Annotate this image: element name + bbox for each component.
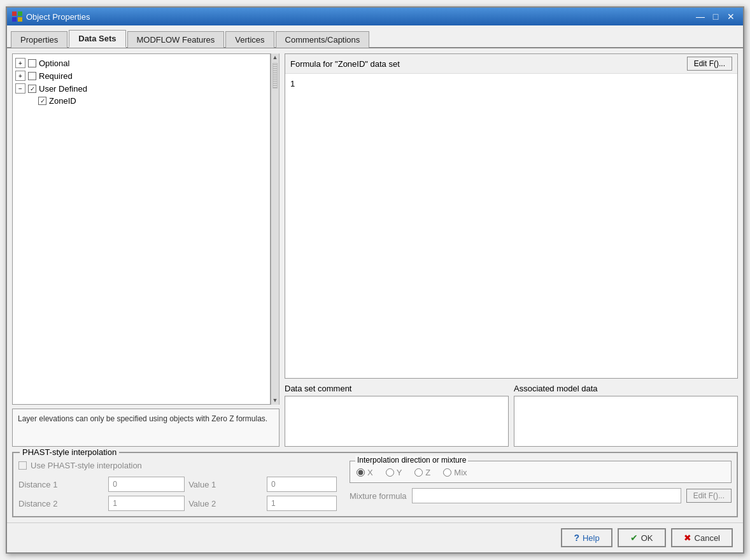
direction-group-label: Interpolation direction or mixture (355, 456, 468, 465)
tab-vertices[interactable]: Vertices (225, 31, 274, 48)
value2-input[interactable] (267, 496, 337, 511)
checkbox-optional[interactable] (28, 59, 36, 67)
formula-section: Formula for "ZoneID" data set Edit F()..… (285, 53, 738, 379)
comments-section: Data set comment Associated model data (285, 384, 738, 447)
tree-item-zoneid[interactable]: ✓ ZoneID (38, 95, 267, 107)
cancel-label: Cancel (695, 533, 720, 543)
mixture-row: Mixture formula Edit F()... (350, 488, 732, 503)
title-buttons: — □ ✕ (693, 10, 738, 23)
value2-label: Value 2 (188, 499, 263, 508)
tab-properties[interactable]: Properties (11, 31, 67, 48)
ok-button[interactable]: ✔ OK (618, 528, 666, 547)
svg-rect-3 (18, 17, 22, 22)
radio-z-label: Z (425, 468, 430, 477)
formula-header: Formula for "ZoneID" data set Edit F()..… (285, 54, 737, 74)
svg-rect-1 (18, 11, 22, 16)
use-phast-checkbox[interactable] (18, 461, 27, 470)
distance1-label: Distance 1 (18, 480, 104, 489)
formula-content: 1 (285, 74, 737, 378)
tree-area: + Optional + Required − ✓ (12, 53, 279, 405)
tab-comments-captions[interactable]: Comments/Captions (276, 31, 370, 48)
formula-title: Formula for "ZoneID" data set (290, 59, 400, 69)
data-set-comment-box: Data set comment (285, 384, 509, 447)
value1-input[interactable] (267, 477, 337, 492)
svg-rect-0 (12, 11, 17, 16)
distance1-input[interactable] (108, 477, 185, 492)
interpolation-content: Use PHAST-style interpolation Distance 1… (18, 461, 732, 511)
interpolation-right: Interpolation direction or mixture X Y (350, 461, 732, 511)
close-button[interactable]: ✕ (724, 10, 738, 23)
object-properties-window: Object Properties — □ ✕ Properties Data … (6, 6, 744, 554)
radio-y-label: Y (397, 468, 402, 477)
phast-checkbox-row: Use PHAST-style interpolation (18, 461, 337, 470)
expander-optional[interactable]: + (15, 58, 25, 68)
left-panel: + Optional + Required − ✓ (12, 53, 279, 447)
mixture-formula-input[interactable] (412, 488, 681, 503)
mixture-formula-label: Mixture formula (350, 491, 407, 501)
title-bar-left: Object Properties (12, 11, 90, 22)
radio-mix-label: Mix (454, 468, 467, 477)
info-box: Layer elevations can only be specified u… (12, 409, 279, 447)
tab-modflow-features[interactable]: MODFLOW Features (127, 31, 225, 48)
use-phast-label: Use PHAST-style interpolation (31, 461, 142, 470)
minimize-button[interactable]: — (693, 10, 707, 23)
info-text: Layer elevations can only be specified u… (18, 414, 267, 423)
radio-y[interactable]: Y (386, 468, 402, 477)
svg-rect-2 (12, 17, 17, 22)
app-icon (12, 11, 22, 22)
checkbox-zoneid[interactable]: ✓ (38, 97, 46, 105)
vertical-splitter[interactable]: ▲ ▼ (271, 53, 279, 405)
distance2-label: Distance 2 (18, 499, 104, 508)
cancel-icon: ✖ (684, 533, 691, 543)
ok-label: OK (641, 533, 653, 543)
label-optional: Optional (39, 59, 69, 68)
radio-z[interactable]: Z (414, 468, 430, 477)
checkbox-user-defined[interactable]: ✓ (28, 85, 36, 93)
tree-item-optional[interactable]: + Optional (15, 57, 267, 69)
interpolation-section-label: PHAST-style interpolation (20, 447, 119, 457)
label-zoneid: ZoneID (49, 96, 76, 106)
window-title: Object Properties (26, 12, 90, 22)
associated-model-data-box: Associated model data (514, 384, 738, 447)
help-label: Help (583, 533, 600, 543)
value1-label: Value 1 (188, 480, 263, 489)
data-set-comment-textarea[interactable] (285, 396, 509, 447)
formula-value: 1 (290, 79, 295, 88)
ok-icon: ✔ (630, 533, 638, 543)
radio-x-label: X (367, 468, 373, 477)
edit-formula-button[interactable]: Edit F()... (687, 57, 732, 71)
radio-row: X Y Z Mix (357, 468, 725, 477)
tab-data-sets[interactable]: Data Sets (69, 30, 125, 48)
distance2-input[interactable] (108, 496, 185, 511)
distance-grid: Distance 1 Value 1 Distance 2 Value 2 (18, 477, 337, 511)
radio-x[interactable]: X (357, 468, 373, 477)
main-content: + Optional + Required − ✓ (7, 48, 743, 452)
bottom-bar: ? Help ✔ OK ✖ Cancel (7, 522, 743, 552)
associated-model-data-label: Associated model data (514, 384, 738, 393)
right-panel: Formula for "ZoneID" data set Edit F()..… (285, 53, 738, 447)
interpolation-left: Use PHAST-style interpolation Distance 1… (18, 461, 337, 511)
radio-mix[interactable]: Mix (443, 468, 467, 477)
interpolation-direction-group: Interpolation direction or mixture X Y (350, 461, 732, 483)
expander-user-defined[interactable]: − (15, 83, 25, 94)
maximize-button[interactable]: □ (709, 10, 723, 23)
data-set-comment-label: Data set comment (285, 384, 509, 393)
cancel-button[interactable]: ✖ Cancel (671, 528, 733, 547)
associated-model-data-textarea[interactable] (514, 396, 738, 447)
label-required: Required (39, 71, 73, 81)
title-bar: Object Properties — □ ✕ (7, 8, 743, 25)
tree-item-required[interactable]: + Required (15, 69, 267, 82)
edit-f-button[interactable]: Edit F()... (686, 489, 732, 503)
interpolation-section: PHAST-style interpolation Use PHAST-styl… (12, 452, 738, 517)
expander-required[interactable]: + (15, 71, 25, 81)
tree-item-user-defined[interactable]: − ✓ User Defined (15, 82, 267, 95)
help-icon: ? (574, 533, 579, 543)
help-button[interactable]: ? Help (561, 528, 612, 547)
tab-bar: Properties Data Sets MODFLOW Features Ve… (7, 25, 743, 48)
tree-container: + Optional + Required − ✓ (12, 53, 271, 405)
checkbox-required[interactable] (28, 72, 36, 80)
label-user-defined: User Defined (39, 84, 87, 94)
